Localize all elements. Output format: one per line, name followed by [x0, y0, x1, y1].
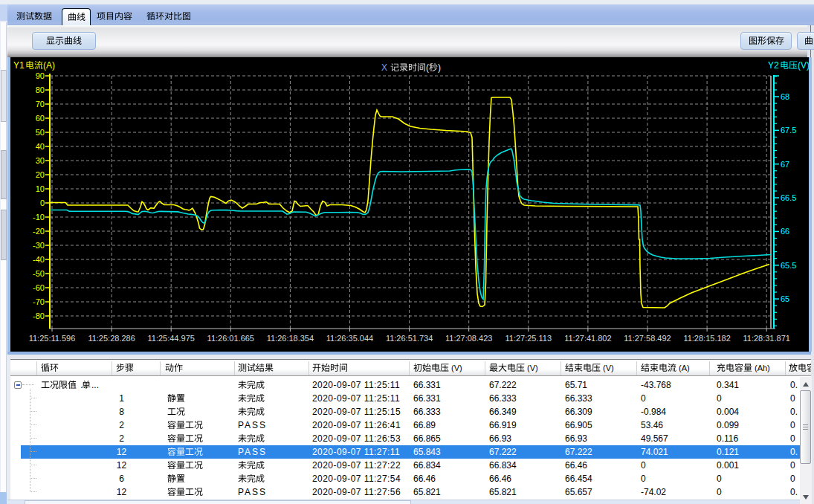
svg-text:-40: -40 [33, 255, 45, 264]
svg-text:66: 66 [781, 227, 789, 236]
svg-text:11:26:01.665: 11:26:01.665 [207, 334, 254, 343]
svg-text:-20: -20 [33, 227, 45, 236]
svg-text:11:27:25.113: 11:27:25.113 [505, 334, 552, 343]
svg-text:11:28:31.871: 11:28:31.871 [743, 334, 789, 343]
svg-text:65.5: 65.5 [781, 261, 796, 270]
svg-text:11:26:51.734: 11:26:51.734 [386, 334, 433, 343]
svg-text:60: 60 [36, 114, 45, 123]
svg-text:11:26:35.044: 11:26:35.044 [326, 334, 373, 343]
svg-text:20: 20 [36, 170, 45, 179]
svg-text:-80: -80 [33, 311, 45, 320]
svg-text:68: 68 [781, 92, 789, 101]
svg-text:65: 65 [781, 294, 789, 303]
svg-text:67.5: 67.5 [781, 126, 796, 135]
svg-text:11:27:08.423: 11:27:08.423 [445, 334, 492, 343]
svg-text:50: 50 [36, 128, 45, 137]
svg-text:66.5: 66.5 [781, 193, 796, 202]
svg-text:11:26:18.354: 11:26:18.354 [267, 334, 314, 343]
svg-text:11:28:15.182: 11:28:15.182 [683, 334, 730, 343]
svg-text:11:25:11.596: 11:25:11.596 [29, 334, 76, 343]
svg-text:10: 10 [36, 184, 45, 193]
svg-text:67: 67 [781, 160, 789, 169]
svg-text:70: 70 [36, 100, 45, 109]
svg-text:11:25:44.975: 11:25:44.975 [147, 334, 194, 343]
svg-text:30: 30 [36, 156, 45, 165]
svg-text:-50: -50 [33, 269, 45, 278]
svg-text:11:25:28.286: 11:25:28.286 [88, 334, 135, 343]
svg-text:90: 90 [36, 71, 45, 80]
svg-text:40: 40 [36, 142, 45, 151]
svg-text:-30: -30 [33, 241, 45, 250]
svg-text:-10: -10 [33, 213, 45, 222]
svg-text:0: 0 [40, 198, 45, 207]
svg-text:80: 80 [36, 85, 45, 94]
svg-text:-60: -60 [33, 283, 45, 292]
svg-text:11:27:58.492: 11:27:58.492 [624, 334, 671, 343]
svg-text:11:27:41.802: 11:27:41.802 [564, 334, 611, 343]
svg-text:-70: -70 [33, 297, 45, 306]
